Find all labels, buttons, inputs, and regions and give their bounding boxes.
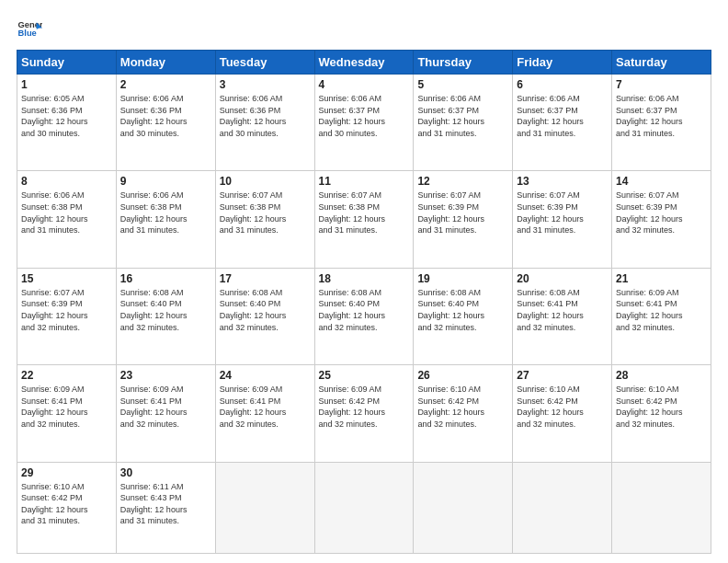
day-info: Sunrise: 6:10 AM Sunset: 6:42 PM Dayligh… [517,384,608,430]
calendar-cell: 2Sunrise: 6:06 AM Sunset: 6:36 PM Daylig… [116,75,215,171]
day-number: 25 [319,369,410,382]
day-number: 28 [616,369,707,382]
logo-icon: General Blue [17,17,42,42]
calendar-cell: 26Sunrise: 6:10 AM Sunset: 6:42 PM Dayli… [414,365,513,462]
day-number: 18 [319,272,410,285]
weekday-header-monday: Monday [116,51,215,75]
calendar-cell: 27Sunrise: 6:10 AM Sunset: 6:42 PM Dayli… [513,365,612,462]
day-info: Sunrise: 6:05 AM Sunset: 6:36 PM Dayligh… [21,93,112,139]
day-info: Sunrise: 6:06 AM Sunset: 6:36 PM Dayligh… [220,93,311,139]
day-number: 11 [319,175,410,188]
logo: General Blue [17,17,42,42]
day-number: 15 [21,272,112,285]
day-number: 14 [616,175,707,188]
day-info: Sunrise: 6:09 AM Sunset: 6:41 PM Dayligh… [120,384,211,430]
calendar-cell: 20Sunrise: 6:08 AM Sunset: 6:41 PM Dayli… [513,268,612,364]
day-info: Sunrise: 6:07 AM Sunset: 6:39 PM Dayligh… [517,190,608,236]
day-number: 24 [220,369,311,382]
day-info: Sunrise: 6:07 AM Sunset: 6:38 PM Dayligh… [220,190,311,236]
calendar-cell: 22Sunrise: 6:09 AM Sunset: 6:41 PM Dayli… [17,365,117,462]
day-number: 26 [417,369,508,382]
day-info: Sunrise: 6:09 AM Sunset: 6:41 PM Dayligh… [220,384,311,430]
calendar-cell: 8Sunrise: 6:06 AM Sunset: 6:38 PM Daylig… [17,171,117,268]
calendar-cell: 5Sunrise: 6:06 AM Sunset: 6:37 PM Daylig… [414,75,513,171]
calendar-cell [314,462,414,553]
day-info: Sunrise: 6:08 AM Sunset: 6:40 PM Dayligh… [220,287,311,333]
calendar-cell: 14Sunrise: 6:07 AM Sunset: 6:39 PM Dayli… [612,171,711,268]
day-number: 29 [21,466,112,479]
calendar-cell: 30Sunrise: 6:11 AM Sunset: 6:43 PM Dayli… [116,462,215,553]
day-info: Sunrise: 6:06 AM Sunset: 6:37 PM Dayligh… [417,93,508,139]
calendar-cell: 10Sunrise: 6:07 AM Sunset: 6:38 PM Dayli… [215,171,314,268]
calendar-cell: 17Sunrise: 6:08 AM Sunset: 6:40 PM Dayli… [215,268,314,364]
calendar-cell: 9Sunrise: 6:06 AM Sunset: 6:38 PM Daylig… [116,171,215,268]
day-info: Sunrise: 6:07 AM Sunset: 6:39 PM Dayligh… [21,287,112,333]
day-info: Sunrise: 6:08 AM Sunset: 6:41 PM Dayligh… [517,287,608,333]
day-info: Sunrise: 6:08 AM Sunset: 6:40 PM Dayligh… [319,287,410,333]
day-number: 7 [616,78,707,91]
day-number: 8 [21,175,112,188]
calendar-cell: 12Sunrise: 6:07 AM Sunset: 6:39 PM Dayli… [414,171,513,268]
weekday-header-wednesday: Wednesday [314,51,414,75]
weekday-header-thursday: Thursday [414,51,513,75]
calendar-cell: 1Sunrise: 6:05 AM Sunset: 6:36 PM Daylig… [17,75,117,171]
day-number: 30 [120,466,211,479]
day-info: Sunrise: 6:10 AM Sunset: 6:42 PM Dayligh… [21,481,112,527]
calendar-cell [215,462,314,553]
day-number: 17 [220,272,311,285]
day-number: 10 [220,175,311,188]
day-number: 22 [21,369,112,382]
day-number: 21 [616,272,707,285]
calendar-cell: 6Sunrise: 6:06 AM Sunset: 6:37 PM Daylig… [513,75,612,171]
calendar-cell: 18Sunrise: 6:08 AM Sunset: 6:40 PM Dayli… [314,268,414,364]
day-info: Sunrise: 6:06 AM Sunset: 6:38 PM Dayligh… [21,190,112,236]
day-number: 4 [319,78,410,91]
day-number: 27 [517,369,608,382]
weekday-header-friday: Friday [513,51,612,75]
day-number: 3 [220,78,311,91]
calendar-cell: 25Sunrise: 6:09 AM Sunset: 6:42 PM Dayli… [314,365,414,462]
calendar-cell: 28Sunrise: 6:10 AM Sunset: 6:42 PM Dayli… [612,365,711,462]
day-number: 16 [120,272,211,285]
day-info: Sunrise: 6:08 AM Sunset: 6:40 PM Dayligh… [120,287,211,333]
calendar-cell: 29Sunrise: 6:10 AM Sunset: 6:42 PM Dayli… [17,462,117,553]
weekday-header-tuesday: Tuesday [215,51,314,75]
page-header: General Blue [17,17,711,42]
calendar-cell: 21Sunrise: 6:09 AM Sunset: 6:41 PM Dayli… [612,268,711,364]
day-info: Sunrise: 6:07 AM Sunset: 6:39 PM Dayligh… [417,190,508,236]
day-info: Sunrise: 6:11 AM Sunset: 6:43 PM Dayligh… [120,481,211,527]
day-info: Sunrise: 6:07 AM Sunset: 6:39 PM Dayligh… [616,190,707,236]
calendar-cell: 11Sunrise: 6:07 AM Sunset: 6:38 PM Dayli… [314,171,414,268]
calendar-cell: 23Sunrise: 6:09 AM Sunset: 6:41 PM Dayli… [116,365,215,462]
calendar-cell: 4Sunrise: 6:06 AM Sunset: 6:37 PM Daylig… [314,75,414,171]
day-info: Sunrise: 6:06 AM Sunset: 6:37 PM Dayligh… [517,93,608,139]
calendar-cell: 3Sunrise: 6:06 AM Sunset: 6:36 PM Daylig… [215,75,314,171]
calendar-cell: 13Sunrise: 6:07 AM Sunset: 6:39 PM Dayli… [513,171,612,268]
calendar-cell [612,462,711,553]
day-number: 20 [517,272,608,285]
svg-text:Blue: Blue [18,29,37,38]
day-info: Sunrise: 6:09 AM Sunset: 6:42 PM Dayligh… [319,384,410,430]
day-info: Sunrise: 6:10 AM Sunset: 6:42 PM Dayligh… [616,384,707,430]
day-info: Sunrise: 6:07 AM Sunset: 6:38 PM Dayligh… [319,190,410,236]
calendar-cell: 15Sunrise: 6:07 AM Sunset: 6:39 PM Dayli… [17,268,117,364]
weekday-header-sunday: Sunday [17,51,117,75]
day-number: 6 [517,78,608,91]
day-number: 23 [120,369,211,382]
calendar-cell [414,462,513,553]
day-number: 2 [120,78,211,91]
day-info: Sunrise: 6:06 AM Sunset: 6:36 PM Dayligh… [120,93,211,139]
day-number: 13 [517,175,608,188]
day-number: 9 [120,175,211,188]
day-info: Sunrise: 6:09 AM Sunset: 6:41 PM Dayligh… [21,384,112,430]
day-info: Sunrise: 6:08 AM Sunset: 6:40 PM Dayligh… [417,287,508,333]
day-info: Sunrise: 6:06 AM Sunset: 6:37 PM Dayligh… [616,93,707,139]
weekday-header-saturday: Saturday [612,51,711,75]
day-info: Sunrise: 6:10 AM Sunset: 6:42 PM Dayligh… [417,384,508,430]
day-number: 12 [417,175,508,188]
day-info: Sunrise: 6:09 AM Sunset: 6:41 PM Dayligh… [616,287,707,333]
calendar-cell [513,462,612,553]
calendar-cell: 19Sunrise: 6:08 AM Sunset: 6:40 PM Dayli… [414,268,513,364]
calendar-cell: 16Sunrise: 6:08 AM Sunset: 6:40 PM Dayli… [116,268,215,364]
day-info: Sunrise: 6:06 AM Sunset: 6:38 PM Dayligh… [120,190,211,236]
